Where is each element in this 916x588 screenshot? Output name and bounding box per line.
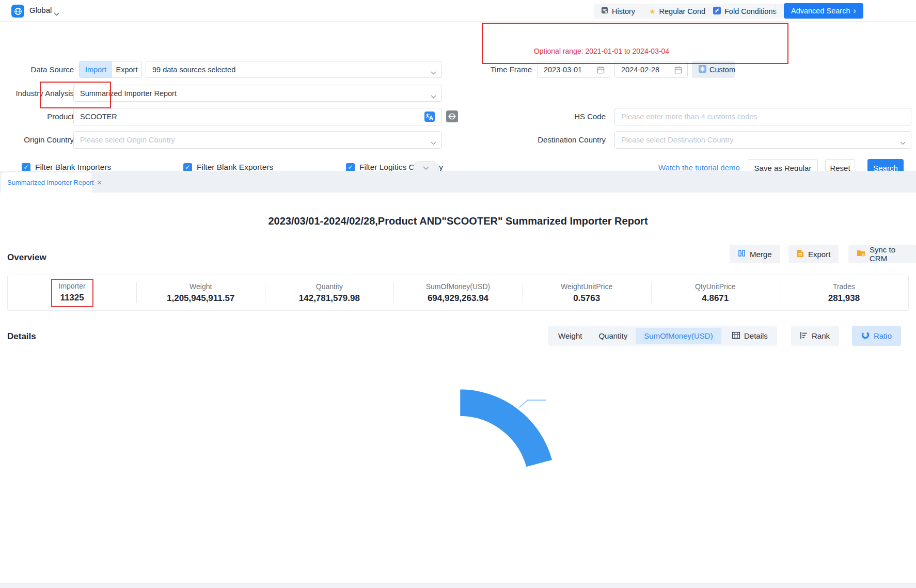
data-sources-value: 99 data sources selected (152, 66, 235, 74)
exclude-search-icon[interactable] (446, 110, 458, 122)
stat-value: 694,929,263.94 (428, 293, 488, 304)
stat-value: 0.5763 (573, 293, 600, 304)
merge-button[interactable]: Merge (730, 245, 780, 263)
stat-value: 281,938 (828, 293, 860, 304)
svg-text:A: A (429, 115, 433, 121)
destination-country-select[interactable]: Please select Destination Country (614, 131, 911, 149)
sync-to-crm-label: Sync to CRM (870, 245, 908, 263)
chevron-down-icon (431, 92, 436, 100)
product-value: SCOOTER (80, 113, 117, 121)
hs-code-input[interactable]: Please enter more than 4 customs codes (614, 108, 911, 125)
translate-icon[interactable]: A (424, 112, 435, 122)
export-label: Export (808, 250, 830, 259)
custom-icon (699, 65, 706, 74)
stat-label: Importer (59, 282, 86, 290)
view-details-label: Details (744, 331, 768, 340)
checkbox-checked-icon: ✓ (22, 163, 30, 172)
ratio-donut-icon (861, 331, 870, 341)
stat-quantity: Quantity 142,781,579.98 (265, 275, 393, 310)
stat-value: 1,205,945,911.57 (167, 293, 234, 304)
industry-analysis-label: Industry Analysis (0, 85, 74, 102)
fold-conditions-button[interactable]: Fold Conditions (706, 4, 784, 19)
star-icon: ★ (649, 8, 656, 15)
stat-label: WeightUnitPrice (561, 282, 612, 291)
ratio-pie-chart[interactable] (0, 341, 916, 583)
chevron-down-icon (431, 68, 436, 76)
brand-globe-icon (11, 5, 24, 18)
stat-importer: Importer 11325 (8, 275, 136, 310)
region-label: Global (29, 6, 52, 14)
regular-cond-label: Regular Cond. (659, 7, 708, 15)
header-divider (776, 5, 776, 17)
sync-to-crm-button[interactable]: Sync to CRM (848, 245, 916, 263)
arrow-right-icon: › (853, 7, 856, 15)
advanced-search-button[interactable]: Advanced Search › (784, 3, 863, 19)
stat-value: 142,781,579.98 (299, 293, 360, 304)
data-sources-select[interactable]: 99 data sources selected (146, 61, 442, 78)
close-icon[interactable]: ✕ (97, 179, 102, 186)
time-start-input[interactable]: 2023-03-01 (537, 61, 610, 78)
export-file-icon (797, 249, 804, 259)
destination-country-placeholder: Please select Destination Country (621, 136, 734, 144)
stat-value: 11325 (60, 293, 84, 303)
industry-analysis-value: Summarized Importer Report (80, 89, 177, 98)
industry-analysis-select[interactable]: Summarized Importer Report (73, 85, 442, 102)
table-icon (732, 331, 740, 340)
bottom-divider-bar (0, 583, 916, 588)
fold-icon (713, 7, 721, 16)
rank-icon (800, 331, 808, 340)
calendar-icon (597, 66, 605, 75)
stat-trades: Trades 281,938 (780, 275, 908, 310)
checkbox-checked-icon: ✓ (346, 163, 355, 172)
export-tab[interactable]: Export (112, 61, 141, 77)
merge-icon (738, 249, 746, 259)
export-button[interactable]: Export (788, 245, 839, 263)
region-selector[interactable]: Global (29, 6, 52, 14)
data-source-label: Data Source (0, 61, 74, 78)
origin-country-select[interactable]: Please select Origin Country (73, 131, 442, 149)
hs-code-label: HS Code (480, 108, 606, 125)
origin-country-label: Origin Country (0, 131, 74, 148)
stat-label: QtyUnitPrice (695, 282, 736, 291)
hs-code-placeholder: Please enter more than 4 customs codes (621, 113, 757, 121)
stat-label: Trades (833, 282, 855, 291)
pie-label-line (519, 400, 546, 407)
chevron-down-icon (431, 138, 436, 147)
time-frame-label: Time Frame (454, 61, 532, 78)
merge-label: Merge (750, 250, 772, 259)
custom-range-button[interactable]: Custom (692, 61, 735, 78)
details-heading: Details (7, 331, 36, 342)
stat-sum-of-money: SumOfMoney(USD) 694,929,263.94 (393, 275, 522, 310)
destination-country-label: Destination Country (480, 131, 606, 148)
chevron-down-icon (900, 138, 906, 147)
stat-label: SumOfMoney(USD) (426, 282, 490, 291)
import-tab[interactable]: Import (80, 61, 112, 77)
product-input[interactable]: SCOOTER (73, 108, 442, 125)
time-end-input[interactable]: 2024-02-28 (614, 61, 688, 78)
tab-label: Summarized Importer Report (7, 179, 94, 186)
fold-conditions-label: Fold Conditions (724, 7, 777, 15)
crm-folder-icon (857, 249, 865, 259)
stat-weight-unit-price: WeightUnitPrice 0.5763 (523, 275, 651, 310)
regular-cond-button[interactable]: ★ Regular Cond. (642, 4, 715, 19)
stat-qty-unit-price: QtyUnitPrice 4.8671 (651, 275, 780, 310)
overview-stats-card: Importer 11325 Weight 1,205,945,911.57 Q… (7, 275, 909, 311)
advanced-search-label: Advanced Search (791, 7, 850, 15)
view-ratio-label: Ratio (874, 331, 892, 340)
optional-range-note: Optional range: 2021-01-01 to 2024-03-04 (516, 47, 687, 55)
tab-summarized-importer-report[interactable]: Summarized Importer Report ✕ (1, 172, 92, 193)
view-rank-label: Rank (812, 331, 830, 340)
stat-weight: Weight 1,205,945,911.57 (136, 275, 265, 310)
origin-country-placeholder: Please select Origin Country (80, 136, 175, 144)
pie-slice-0[interactable] (460, 389, 553, 468)
checkbox-checked-icon: ✓ (183, 163, 192, 172)
stat-label: Weight (189, 282, 212, 291)
history-button[interactable]: History (594, 4, 642, 19)
history-label: History (612, 7, 635, 15)
chevron-down-icon[interactable] (54, 9, 59, 18)
stat-value: 4.8671 (702, 293, 729, 304)
data-source-segment: Import Export (79, 61, 142, 78)
annotation-box-time-frame (482, 23, 788, 64)
donut-chart-svg (0, 341, 916, 583)
report-title: 2023/03/01-2024/02/28,Product AND"SCOOTE… (0, 215, 916, 227)
